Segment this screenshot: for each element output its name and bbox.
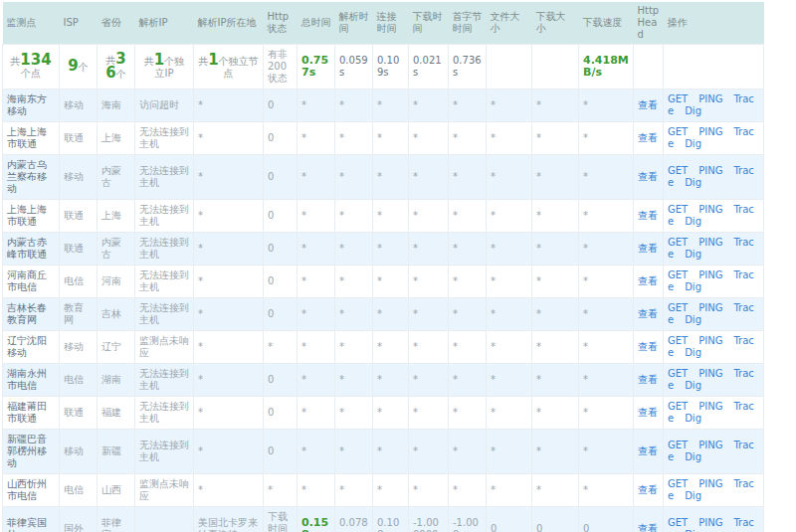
ping-link[interactable]: PING xyxy=(698,368,722,379)
cell-isp: 移动 xyxy=(60,89,98,122)
get-link[interactable]: GET xyxy=(668,368,688,379)
view-http-head-link[interactable]: 查看 xyxy=(638,275,658,286)
cell-file-size: * xyxy=(487,233,532,266)
ping-link[interactable]: PING xyxy=(698,165,722,176)
summary-connect-time: 0.109s xyxy=(373,45,409,89)
dig-link[interactable]: Dig xyxy=(685,138,701,149)
cell-connect-time: * xyxy=(373,233,409,266)
cell-http-status: * xyxy=(264,331,298,364)
cell-connect-time: * xyxy=(373,331,409,364)
ping-link[interactable]: PING xyxy=(698,269,722,280)
cell-isp: 国外 xyxy=(60,507,98,532)
cell-file-size: * xyxy=(487,364,532,397)
ping-link[interactable]: PING xyxy=(698,335,722,346)
ping-link[interactable]: PING xyxy=(698,478,722,489)
monitor-row: 湖南永州市电信 电信 湖南 无法连接到主机 * 0 * * * * * * * … xyxy=(3,364,764,397)
view-http-head-link[interactable]: 查看 xyxy=(638,374,658,385)
cell-dns-time: * xyxy=(335,89,373,122)
cell-resolve-ip: 无法连接到主机 xyxy=(135,364,194,397)
cell-total-time: * xyxy=(298,200,335,233)
cell-dns-time: * xyxy=(335,233,373,266)
cell-download-speed: * xyxy=(579,89,634,122)
view-http-head-link[interactable]: 查看 xyxy=(638,523,658,532)
cell-ip-location: * xyxy=(194,89,264,122)
dig-link[interactable]: Dig xyxy=(685,105,701,116)
dig-link[interactable]: Dig xyxy=(685,347,701,358)
dig-link[interactable]: Dig xyxy=(685,490,701,501)
view-http-head-link[interactable]: 查看 xyxy=(638,341,658,352)
cell-file-size: * xyxy=(487,397,532,430)
ping-link[interactable]: PING xyxy=(698,517,722,528)
cell-connect-time: * xyxy=(373,122,409,155)
cell-first-byte-time: * xyxy=(449,266,487,298)
cell-http-head: 查看 xyxy=(634,507,664,532)
dig-link[interactable]: Dig xyxy=(685,177,701,188)
cell-actions: GETPINGTraceDig xyxy=(664,266,764,298)
ping-link[interactable]: PING xyxy=(698,237,722,248)
view-http-head-link[interactable]: 查看 xyxy=(638,308,658,319)
cell-isp: 联通 xyxy=(60,122,98,155)
get-link[interactable]: GET xyxy=(668,93,688,104)
cell-monitor-point: 内蒙古乌兰察布移动 xyxy=(3,155,60,200)
cell-http-head: 查看 xyxy=(634,89,664,122)
cell-actions: GETPINGTraceDig xyxy=(664,507,764,532)
dig-link[interactable]: Dig xyxy=(685,281,701,292)
get-link[interactable]: GET xyxy=(668,335,688,346)
cell-file-size: * xyxy=(487,474,532,507)
cell-http-status: 0 xyxy=(264,298,298,331)
ping-link[interactable]: PING xyxy=(698,93,722,104)
ping-link[interactable]: PING xyxy=(698,204,722,215)
dig-link[interactable]: Dig xyxy=(685,380,701,391)
view-http-head-link[interactable]: 查看 xyxy=(638,484,658,495)
cell-download-size: * xyxy=(532,474,579,507)
summary-http-status: 有非200状态 xyxy=(264,45,298,89)
get-link[interactable]: GET xyxy=(668,401,688,412)
ping-link[interactable]: PING xyxy=(698,126,722,137)
cell-http-status: 0 xyxy=(264,364,298,397)
get-link[interactable]: GET xyxy=(668,478,688,489)
cell-http-status: 下载时间异常 xyxy=(264,507,298,532)
view-http-head-link[interactable]: 查看 xyxy=(638,171,658,182)
cell-province: 湖南 xyxy=(98,364,135,397)
cell-connect-time: * xyxy=(373,298,409,331)
cell-download-time: * xyxy=(409,397,449,430)
cell-total-time: * xyxy=(298,397,335,430)
cell-download-speed: 0 xyxy=(579,507,634,532)
cell-resolve-ip: 无法连接到主机 xyxy=(135,233,194,266)
cell-http-head: 查看 xyxy=(634,331,664,364)
view-http-head-link[interactable]: 查看 xyxy=(638,243,658,254)
ping-link[interactable]: PING xyxy=(698,401,722,412)
get-link[interactable]: GET xyxy=(668,237,688,248)
dig-link[interactable]: Dig xyxy=(685,413,701,424)
get-link[interactable]: GET xyxy=(668,165,688,176)
get-link[interactable]: GET xyxy=(668,440,688,450)
cell-first-byte-time: * xyxy=(449,122,487,155)
cell-ip-location: * xyxy=(194,331,264,364)
summary-node-num: 1 xyxy=(208,51,218,69)
view-http-head-link[interactable]: 查看 xyxy=(638,132,658,143)
cell-isp: 移动 xyxy=(60,155,98,200)
col-header-connect-time: 连接时间 xyxy=(373,2,409,45)
view-http-head-link[interactable]: 查看 xyxy=(638,210,658,221)
col-header-actions: 操作 xyxy=(664,2,764,45)
dig-link[interactable]: Dig xyxy=(685,314,701,325)
dig-link[interactable]: Dig xyxy=(685,451,701,462)
ping-link[interactable]: PING xyxy=(698,440,722,450)
summary-isp-count: 9个 xyxy=(60,45,98,89)
get-link[interactable]: GET xyxy=(668,269,688,280)
view-http-head-link[interactable]: 查看 xyxy=(638,445,658,456)
view-http-head-link[interactable]: 查看 xyxy=(638,99,658,110)
cell-connect-time: * xyxy=(373,200,409,233)
dig-link[interactable]: Dig xyxy=(685,216,701,227)
get-link[interactable]: GET xyxy=(668,517,688,528)
cell-http-status: 0 xyxy=(264,122,298,155)
dig-link[interactable]: Dig xyxy=(685,249,701,260)
get-link[interactable]: GET xyxy=(668,302,688,313)
ping-link[interactable]: PING xyxy=(698,302,722,313)
cell-ip-location: * xyxy=(194,266,264,298)
get-link[interactable]: GET xyxy=(668,126,688,137)
cell-isp: 联通 xyxy=(60,233,98,266)
view-http-head-link[interactable]: 查看 xyxy=(638,407,658,418)
get-link[interactable]: GET xyxy=(668,204,688,215)
cell-total-time: * xyxy=(298,298,335,331)
